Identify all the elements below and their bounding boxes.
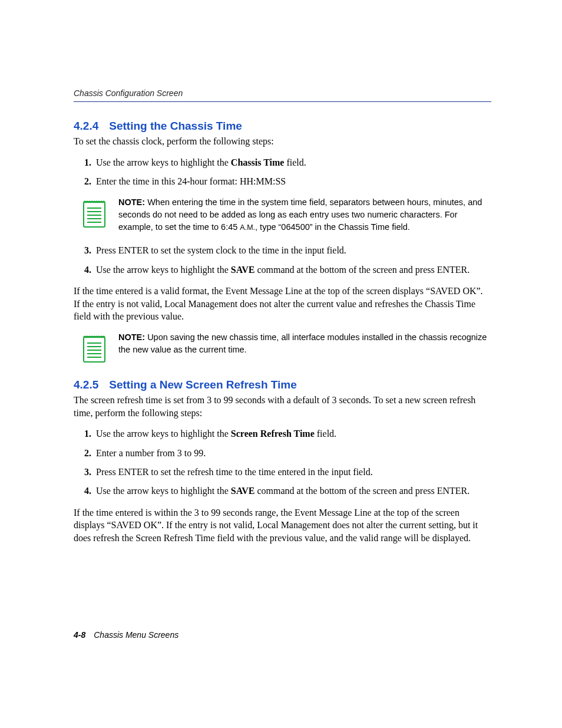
steps-list-424a: Use the arrow keys to highlight the Chas… [74, 156, 491, 189]
note-label: NOTE: [118, 197, 145, 207]
note-text: NOTE: Upon saving the new chassis time, … [118, 331, 491, 356]
section-heading-424: 4.2.4Setting the Chassis Time [74, 120, 491, 133]
page-content: Chassis Configuration Screen 4.2.4Settin… [0, 0, 562, 545]
step-item: Enter the time in this 24-hour format: H… [94, 175, 491, 188]
command-name: SAVE [231, 265, 255, 275]
step-item: Use the arrow keys to highlight the Scre… [94, 427, 491, 440]
result-paragraph: If the time entered is within the 3 to 9… [74, 506, 491, 545]
page-number: 4-8 [74, 630, 85, 640]
section-title: Setting the Chassis Time [109, 120, 242, 132]
section-heading-425: 4.2.5Setting a New Screen Refresh Time [74, 378, 491, 391]
note-callout: NOTE: Upon saving the new chassis time, … [82, 331, 491, 364]
note-text: NOTE: When entering the time in the syst… [118, 196, 491, 233]
steps-list-425: Use the arrow keys to highlight the Scre… [74, 427, 491, 498]
step-item: Use the arrow keys to highlight the SAVE… [94, 263, 491, 276]
section-number: 4.2.5 [74, 378, 98, 391]
command-name: SAVE [231, 486, 255, 496]
result-paragraph: If the time entered is a valid format, t… [74, 285, 491, 323]
step-item: Press ENTER to set the refresh time to t… [94, 466, 491, 479]
section-title: Setting a New Screen Refresh Time [109, 378, 297, 391]
section-number: 4.2.4 [74, 120, 98, 132]
notepad-icon [82, 197, 107, 229]
step-item: Press ENTER to set the system clock to t… [94, 244, 491, 257]
intro-paragraph: The screen refresh time is set from 3 to… [74, 394, 491, 419]
note-label: NOTE: [118, 332, 145, 342]
page-footer: 4-8Chassis Menu Screens [74, 630, 178, 640]
intro-paragraph: To set the chassis clock, perform the fo… [74, 135, 491, 148]
note-callout: NOTE: When entering the time in the syst… [82, 196, 491, 233]
step-item: Enter a number from 3 to 99. [94, 447, 491, 460]
step-item: Use the arrow keys to highlight the Chas… [94, 156, 491, 169]
notepad-icon [82, 332, 107, 364]
field-name: Screen Refresh Time [231, 429, 315, 439]
field-name: Chassis Time [231, 157, 285, 167]
step-item: Use the arrow keys to highlight the SAVE… [94, 485, 491, 498]
am-pm: A.M. [240, 223, 255, 232]
steps-list-424b: Press ENTER to set the system clock to t… [74, 244, 491, 276]
footer-section: Chassis Menu Screens [94, 630, 178, 640]
running-header: Chassis Configuration Screen [74, 88, 491, 102]
